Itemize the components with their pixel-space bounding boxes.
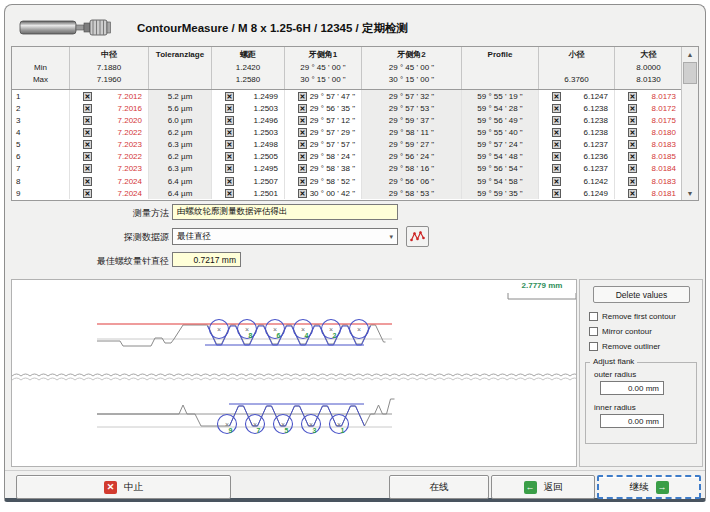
checkbox-checked-icon[interactable]: ✕ (298, 140, 307, 149)
cell-value: 8.0183 (652, 140, 676, 149)
checkbox-checked-icon[interactable]: ✕ (552, 177, 561, 186)
checkbox-checked-icon[interactable]: ✕ (552, 152, 561, 161)
outer-radius-input[interactable]: 0.00 mm (600, 381, 664, 395)
remove-first-contour-checkbox[interactable]: Remove first contour (589, 312, 676, 321)
checkbox-checked-icon[interactable]: ✕ (298, 116, 307, 125)
scroll-up-icon[interactable]: ▲ (682, 47, 698, 61)
table-header-cell: 螺距1.24201.2580 (212, 47, 285, 89)
scroll-down-icon[interactable]: ▼ (682, 186, 698, 200)
table-cell: ✕8.0184 (615, 163, 681, 175)
probe-number: 6 (277, 332, 281, 339)
table-cell: ✕29 ° 57 ' 12 " (285, 114, 362, 126)
checkbox-checked-icon[interactable]: ✕ (225, 128, 234, 137)
inner-radius-label: inner radius (594, 403, 636, 412)
delete-values-button[interactable]: Delete values (593, 286, 690, 303)
checkbox-checked-icon[interactable]: ✕ (628, 92, 637, 101)
column-title: 小径 (539, 49, 614, 62)
table-cell: ✕8.0173 (615, 90, 681, 102)
checkbox-checked-icon[interactable]: ✕ (298, 92, 307, 101)
abort-button[interactable]: ✕ 中止 (16, 475, 231, 499)
checkbox-checked-icon[interactable]: ✕ (628, 189, 637, 198)
checkbox-checked-icon[interactable]: ✕ (225, 152, 234, 161)
online-status-button[interactable]: 在线 (389, 475, 489, 499)
checkbox-empty-icon[interactable] (589, 327, 598, 336)
remove-outliner-checkbox[interactable]: Remove outliner (589, 342, 660, 351)
checkbox-checked-icon[interactable]: ✕ (83, 164, 92, 173)
checkbox-checked-icon[interactable]: ✕ (225, 164, 234, 173)
contour-plot[interactable]: 2.7779 mm ××8×6×4×2× (11, 279, 577, 467)
checkbox-checked-icon[interactable]: ✕ (298, 104, 307, 113)
scrollbar-thumb[interactable] (683, 62, 697, 84)
checkbox-checked-icon[interactable]: ✕ (83, 177, 92, 186)
column-max: 8.0130 (615, 74, 681, 87)
checkbox-checked-icon[interactable]: ✕ (225, 92, 234, 101)
checkbox-checked-icon[interactable]: ✕ (83, 152, 92, 161)
cell-value: 6.2 µm (168, 128, 193, 137)
cell-value: 29 ° 58 ' 16 " (389, 164, 434, 173)
checkbox-checked-icon[interactable]: ✕ (83, 104, 92, 113)
wire-diameter-input[interactable]: 0.7217 mm (172, 252, 241, 267)
checkbox-checked-icon[interactable]: ✕ (552, 128, 561, 137)
mirror-contour-checkbox[interactable]: Mirror contour (589, 327, 652, 336)
table-scrollbar[interactable]: ▲ ▼ (681, 47, 698, 200)
table-cell: 6.0 µm (149, 114, 212, 126)
checkbox-checked-icon[interactable]: ✕ (552, 140, 561, 149)
checkbox-checked-icon[interactable]: ✕ (552, 92, 561, 101)
continue-button[interactable]: 继续 → (597, 475, 701, 499)
checkbox-checked-icon[interactable]: ✕ (628, 152, 637, 161)
checkbox-checked-icon[interactable]: ✕ (83, 128, 92, 137)
checkbox-checked-icon[interactable]: ✕ (298, 152, 307, 161)
checkbox-checked-icon[interactable]: ✕ (628, 164, 637, 173)
table-cell: ✕8.0183 (615, 139, 681, 151)
cell-value: 29 ° 58 ' 38 " (310, 164, 355, 173)
checkbox-checked-icon[interactable]: ✕ (552, 104, 561, 113)
checkbox-checked-icon[interactable]: ✕ (628, 140, 637, 149)
cell-value: 8.0175 (652, 116, 676, 125)
inner-radius-input[interactable]: 0.00 mm (600, 414, 664, 428)
probe-number: 9 (229, 427, 233, 434)
checkbox-checked-icon[interactable]: ✕ (225, 104, 234, 113)
checkbox-checked-icon[interactable]: ✕ (628, 177, 637, 186)
checkbox-checked-icon[interactable]: ✕ (83, 116, 92, 125)
checkbox-checked-icon[interactable]: ✕ (298, 189, 307, 198)
table-cell: 29 ° 58 ' 11 " (362, 126, 462, 138)
checkbox-checked-icon[interactable]: ✕ (298, 128, 307, 137)
cell-value: 7.2024 (118, 189, 142, 198)
checkbox-empty-icon[interactable] (589, 312, 598, 321)
dimension-bracket (508, 293, 576, 299)
checkbox-checked-icon[interactable]: ✕ (225, 189, 234, 198)
probe-points-button[interactable] (406, 226, 429, 247)
checkbox-checked-icon[interactable]: ✕ (83, 189, 92, 198)
cell-value: 6.1238 (584, 116, 608, 125)
checkbox-checked-icon[interactable]: ✕ (552, 116, 561, 125)
probe-number: 3 (313, 427, 317, 434)
checkbox-checked-icon[interactable]: ✕ (225, 140, 234, 149)
table-cell: 29 ° 58 ' 16 " (362, 163, 462, 175)
checkbox-checked-icon[interactable]: ✕ (298, 177, 307, 186)
table-cell: 5.2 µm (149, 90, 212, 102)
back-button[interactable]: ← 返回 (491, 475, 595, 499)
checkbox-checked-icon[interactable]: ✕ (83, 92, 92, 101)
checkbox-checked-icon[interactable]: ✕ (628, 104, 637, 113)
checkbox-checked-icon[interactable]: ✕ (628, 128, 637, 137)
checkbox-checked-icon[interactable]: ✕ (298, 164, 307, 173)
checkbox-empty-icon[interactable] (589, 342, 598, 351)
column-title: Toleranzlage (149, 49, 211, 62)
checkbox-label: Remove first contour (602, 312, 676, 321)
source-dropdown[interactable]: 最佳直径 ▾ (172, 228, 398, 245)
table-cell: 59 ° 56 ' 49 " (462, 114, 539, 126)
checkbox-checked-icon[interactable]: ✕ (552, 164, 561, 173)
table-cell: ✕1.2507 (212, 175, 285, 187)
checkbox-checked-icon[interactable]: ✕ (628, 116, 637, 125)
adjust-flank-group: Adjust flank outer radius 0.00 mm inner … (585, 362, 697, 444)
checkbox-checked-icon[interactable]: ✕ (225, 116, 234, 125)
checkbox-checked-icon[interactable]: ✕ (552, 189, 561, 198)
cell-value: 59 ° 55 ' 40 " (477, 128, 522, 137)
probe-cross-icon: × (217, 326, 221, 333)
checkbox-checked-icon[interactable]: ✕ (225, 177, 234, 186)
cell-value: 1.2501 (254, 189, 278, 198)
checkbox-checked-icon[interactable]: ✕ (83, 140, 92, 149)
table-cell: ✕7.2012 (70, 90, 149, 102)
table-cell: ✕8.0180 (615, 126, 681, 138)
method-input[interactable]: 由螺纹轮廓测量数据评估得出 (172, 204, 398, 220)
